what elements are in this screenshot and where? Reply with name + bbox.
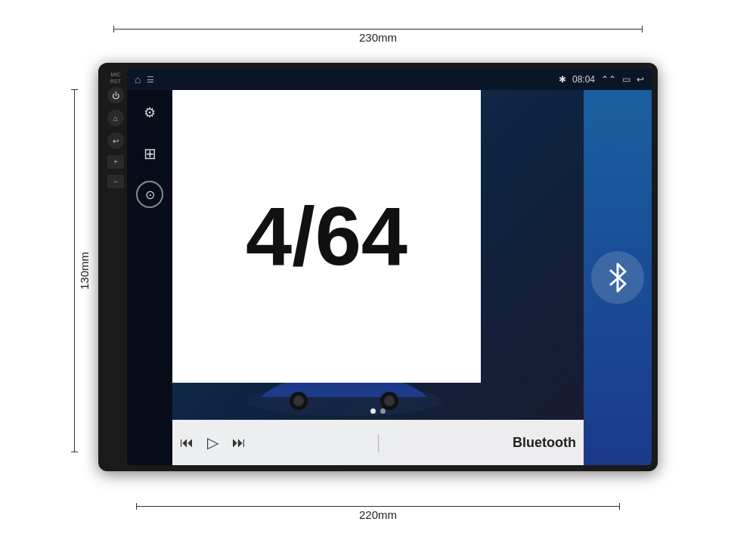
settings-icon: ⚙: [144, 104, 156, 121]
status-bar-right: ✱ 08:04 ⌃⌃ ▭ ↩: [559, 74, 644, 85]
bluetooth-status-icon: ✱: [559, 74, 566, 85]
settings-nav-button[interactable]: ⚙: [136, 99, 163, 126]
status-bar: ⌂ ☰ ✱ 08:04 ⌃⌃ ▭ ↩: [127, 69, 652, 90]
dim-label-bottom: 220mm: [356, 508, 400, 521]
dim-line-top: 230mm: [113, 29, 643, 29]
play-button[interactable]: ▷: [207, 433, 218, 452]
dimension-left: 130mm: [74, 89, 91, 452]
signal-icon: ⌃⌃: [601, 74, 616, 85]
page-indicators: [370, 408, 386, 414]
right-bluetooth-panel: [584, 90, 652, 465]
home-icon: ⌂: [113, 114, 118, 123]
back-side-button[interactable]: ↩: [107, 132, 124, 149]
side-buttons: MIC RST ⏻ ⌂ ↩ + −: [104, 69, 127, 465]
ram-storage-overlay: 4/64: [172, 90, 481, 383]
bluetooth-icon: [604, 262, 631, 293]
mic-label: MIC: [111, 72, 121, 77]
navigation-icon: ⊙: [145, 188, 155, 202]
dot-2: [380, 408, 386, 414]
power-icon: ⏻: [112, 92, 119, 100]
grid-nav-button[interactable]: ⊞: [136, 140, 163, 167]
rst-label: RST: [110, 79, 121, 84]
forward-button[interactable]: ⏭: [232, 435, 246, 451]
grid-icon: ⊞: [144, 144, 156, 163]
center-content: 4/64: [172, 90, 584, 465]
dimension-bottom: 220mm: [136, 506, 620, 507]
dim-line-left: [74, 89, 75, 452]
status-bar-left: ⌂ ☰: [135, 73, 154, 85]
rewind-button[interactable]: ⏮: [180, 435, 194, 451]
controls-divider: │: [374, 434, 384, 452]
minus-icon: −: [113, 178, 117, 185]
bottom-controls: ⏮ ▷ ⏭ │ Bluetooth: [172, 420, 584, 465]
home-status-icon: ⌂: [135, 73, 141, 85]
device-body: MIC RST ⏻ ⌂ ↩ + − ⌂: [98, 63, 658, 471]
window-icon: ▭: [622, 74, 631, 85]
media-controls: ⏮ ▷ ⏭: [180, 433, 246, 452]
screen: ⌂ ☰ ✱ 08:04 ⌃⌃ ▭ ↩ ⚙: [127, 69, 652, 465]
bluetooth-circle: [591, 251, 644, 304]
outer-container: 230mm 220mm 130mm MIC RST ⏻ ⌂ ↩ +: [53, 21, 703, 513]
svg-point-4: [384, 396, 395, 406]
volume-down-button[interactable]: −: [107, 175, 124, 188]
plus-icon: +: [113, 158, 117, 166]
left-nav: ⚙ ⊞ ⊙: [127, 90, 172, 465]
ram-storage-text: 4/64: [246, 194, 407, 278]
power-button[interactable]: ⏻: [107, 87, 124, 104]
menu-status-icon: ☰: [147, 75, 154, 85]
dimension-top: 230mm: [113, 29, 643, 29]
screen-content: ⚙ ⊞ ⊙ 4/64: [127, 90, 652, 465]
home-button[interactable]: ⌂: [107, 110, 124, 126]
bluetooth-label: Bluetooth: [513, 435, 576, 451]
dim-line-bottom: 220mm: [136, 506, 620, 507]
dot-1: [370, 408, 376, 414]
volume-up-button[interactable]: +: [107, 155, 124, 169]
nav-nav-button[interactable]: ⊙: [136, 181, 163, 208]
back-side-icon: ↩: [113, 137, 119, 145]
dim-label-top: 230mm: [356, 31, 400, 44]
back-status-icon: ↩: [637, 74, 644, 85]
time-display: 08:04: [572, 74, 595, 85]
dim-label-left: 130mm: [78, 252, 91, 290]
svg-point-2: [293, 396, 304, 406]
